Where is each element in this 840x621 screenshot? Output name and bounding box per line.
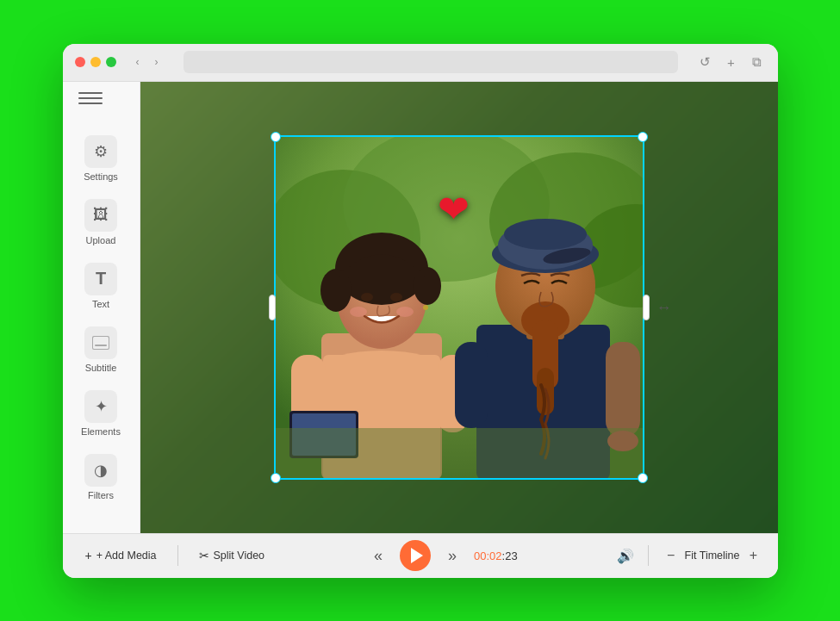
svg-rect-37 — [274, 428, 644, 480]
skip-back-button[interactable]: « — [370, 543, 386, 568]
resize-arrow-icon: ↔ — [656, 298, 672, 316]
sidebar: ⚙ Settings 🖼 Upload T Text Subtitle ✦ El… — [63, 82, 140, 533]
sidebar-item-settings[interactable]: ⚙ Settings — [63, 127, 140, 190]
fit-timeline-control: − Fit Timeline + — [663, 547, 762, 564]
titlebar-actions: ↺ + ⧉ — [697, 53, 766, 71]
add-media-button[interactable]: + + Add Media — [78, 544, 164, 567]
traffic-lights — [75, 57, 116, 67]
svg-point-19 — [396, 307, 414, 317]
svg-rect-2 — [95, 345, 107, 346]
settings-icon: ⚙ — [84, 135, 117, 168]
forward-button[interactable]: › — [149, 54, 165, 70]
volume-button[interactable]: 🔊 — [617, 548, 634, 564]
upload-icon: 🖼 — [84, 199, 117, 232]
split-video-button[interactable]: ✂ Split Video — [192, 544, 272, 567]
sidebar-item-filters[interactable]: ◑ Filters — [63, 445, 140, 509]
svg-point-16 — [361, 293, 373, 301]
heart-sticker: ❤ — [438, 187, 470, 231]
zoom-out-button[interactable]: − — [663, 547, 680, 564]
text-icon: T — [84, 263, 117, 295]
menu-icon[interactable] — [78, 92, 103, 111]
controls-bar: + + Add Media ✂ Split Video « » 00:02:23… — [63, 533, 778, 578]
nav-arrows: ‹ › — [130, 54, 165, 70]
svg-point-18 — [350, 307, 367, 317]
sidebar-upload-label: Upload — [86, 235, 116, 245]
time-display: 00:02:23 — [474, 550, 518, 562]
svg-rect-35 — [606, 342, 640, 437]
add-media-icon: + — [85, 549, 92, 562]
maximize-button[interactable] — [106, 57, 116, 67]
close-button[interactable] — [75, 57, 85, 67]
elements-icon: ✦ — [84, 390, 117, 423]
sidebar-elements-label: Elements — [81, 426, 121, 437]
sidebar-text-label: Text — [92, 299, 109, 309]
svg-point-20 — [423, 305, 428, 310]
sidebar-subtitle-label: Subtitle — [85, 363, 117, 373]
video-area[interactable]: ❤ ↔ — [140, 82, 778, 533]
sidebar-item-subtitle[interactable]: Subtitle — [63, 318, 140, 382]
time-current: 00:02 — [474, 550, 502, 562]
divider-2 — [648, 545, 649, 566]
skip-forward-button[interactable]: » — [445, 543, 460, 568]
sidebar-item-upload[interactable]: 🖼 Upload — [63, 190, 140, 254]
zoom-in-button[interactable]: + — [745, 547, 762, 564]
minimize-button[interactable] — [90, 57, 101, 67]
svg-rect-36 — [455, 342, 488, 428]
filters-icon: ◑ — [84, 454, 117, 487]
sidebar-settings-label: Settings — [84, 171, 118, 182]
split-icon: ✂ — [199, 549, 209, 562]
sidebar-filters-label: Filters — [88, 490, 114, 500]
svg-point-38 — [607, 431, 638, 451]
play-icon — [411, 548, 423, 563]
add-tab-button[interactable]: + — [723, 53, 740, 71]
copy-button[interactable]: ⧉ — [749, 53, 766, 71]
main-content: ⚙ Settings 🖼 Upload T Text Subtitle ✦ El… — [63, 82, 778, 533]
time-remaining: 23 — [505, 550, 517, 562]
split-video-label: Split Video — [214, 550, 265, 562]
svg-point-30 — [504, 219, 587, 250]
divider-1 — [177, 545, 178, 566]
video-frame[interactable]: ❤ ↔ — [274, 135, 644, 480]
add-media-label: + Add Media — [96, 550, 157, 562]
refresh-button[interactable]: ↺ — [697, 53, 714, 71]
play-button[interactable] — [400, 540, 431, 571]
fit-timeline-label: Fit Timeline — [685, 550, 740, 562]
sidebar-item-elements[interactable]: ✦ Elements — [63, 382, 140, 445]
svg-point-17 — [390, 293, 402, 301]
subtitle-icon — [84, 326, 117, 359]
svg-rect-1 — [93, 337, 109, 349]
titlebar: ‹ › ↺ + ⧉ — [63, 44, 778, 82]
back-button[interactable]: ‹ — [130, 54, 146, 70]
app-window: ‹ › ↺ + ⧉ ⚙ Settings 🖼 Upload — [63, 44, 778, 578]
address-bar[interactable] — [184, 51, 678, 73]
sidebar-item-text[interactable]: T Text — [63, 254, 140, 318]
